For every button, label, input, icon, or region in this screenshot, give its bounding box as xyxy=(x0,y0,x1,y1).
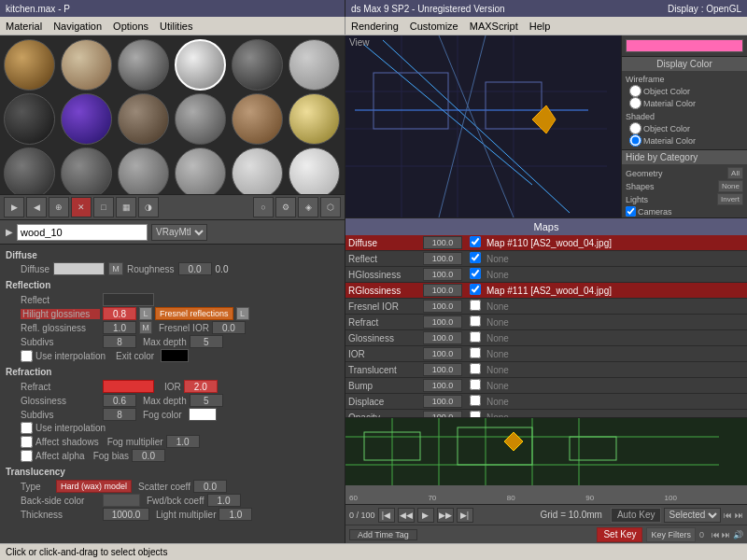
map-amount-1[interactable] xyxy=(423,252,462,265)
select-by-mat-btn[interactable]: ◈ xyxy=(298,197,318,217)
maps-scroll[interactable]: Diffuse Map #110 [AS2_wood_04.jpg] Refle… xyxy=(345,235,747,417)
map-amount-cell-8[interactable] xyxy=(420,362,467,378)
sphere-3[interactable] xyxy=(118,39,169,91)
menu-utilities[interactable]: Utilities xyxy=(154,21,198,32)
refract-subdivs-input[interactable] xyxy=(103,408,136,421)
map-file-cell-2[interactable]: None xyxy=(484,267,747,283)
map-checkbox-5[interactable] xyxy=(470,315,481,327)
type-value[interactable]: Hard (wax) model xyxy=(56,480,132,493)
map-amount-cell-3[interactable] xyxy=(420,283,467,299)
map-amount-cell-0[interactable] xyxy=(420,235,467,251)
map-cb-cell-10[interactable] xyxy=(467,394,484,410)
material-type-select[interactable]: VRayMtl xyxy=(151,224,207,241)
map-amount-cell-9[interactable] xyxy=(420,378,467,394)
map-cb-cell-2[interactable] xyxy=(467,267,484,283)
all-btn[interactable]: All xyxy=(727,167,743,179)
refract-max-depth-input[interactable] xyxy=(190,394,223,407)
add-time-tag-btn[interactable]: Add Time Tag xyxy=(349,529,417,540)
menu-material[interactable]: Material xyxy=(0,21,48,32)
map-checkbox-1[interactable] xyxy=(470,252,481,263)
map-file-cell-10[interactable]: None xyxy=(484,394,747,410)
sphere-9[interactable] xyxy=(118,93,169,145)
map-amount-7[interactable] xyxy=(423,347,462,360)
wireframe-object-radio[interactable] xyxy=(629,85,641,97)
sphere-14[interactable] xyxy=(61,147,112,194)
sphere-18[interactable] xyxy=(289,147,340,194)
map-file-cell-8[interactable]: None xyxy=(484,362,747,378)
map-checkbox-4[interactable] xyxy=(470,300,481,311)
map-amount-cell-7[interactable] xyxy=(420,346,467,362)
map-amount-cell-1[interactable] xyxy=(420,251,467,267)
map-amount-9[interactable] xyxy=(423,379,462,392)
map-amount-cell-5[interactable] xyxy=(420,315,467,330)
map-amount-0[interactable] xyxy=(423,236,462,249)
main-viewport[interactable]: View xyxy=(345,35,621,217)
sphere-7[interactable] xyxy=(4,93,55,145)
map-amount-6[interactable] xyxy=(423,331,462,344)
map-amount-cell-6[interactable] xyxy=(420,330,467,346)
menu-rendering[interactable]: Rendering xyxy=(345,21,404,32)
material-effects-btn[interactable]: ⬡ xyxy=(320,197,341,217)
material-name-input[interactable] xyxy=(17,224,148,241)
refract-glossiness-input[interactable] xyxy=(103,394,136,407)
wireframe-material-radio[interactable] xyxy=(629,97,641,109)
show-map-btn[interactable]: □ xyxy=(93,197,114,217)
diffuse-color[interactable] xyxy=(53,262,105,275)
use-interpolation2-cb[interactable] xyxy=(21,422,33,434)
map-checkbox-3[interactable] xyxy=(470,284,481,295)
hilight-glossiness-input[interactable] xyxy=(103,307,136,320)
fog-multiplier-input[interactable] xyxy=(166,435,200,448)
reflect-color[interactable] xyxy=(103,293,154,306)
sphere-11[interactable] xyxy=(232,93,283,145)
map-checkbox-9[interactable] xyxy=(470,379,481,390)
set-key-btn[interactable]: Set Key xyxy=(597,527,642,542)
map-checkbox-10[interactable] xyxy=(470,395,481,406)
auto-key-btn[interactable]: Auto Key xyxy=(611,508,662,523)
get-material-btn[interactable]: ▶ xyxy=(4,197,24,217)
map-file-cell-5[interactable]: None xyxy=(484,315,747,330)
map-amount-4[interactable] xyxy=(423,300,462,313)
menu-help[interactable]: Help xyxy=(524,21,557,32)
map-cb-cell-7[interactable] xyxy=(467,346,484,362)
pick-btn[interactable]: ○ xyxy=(253,197,274,217)
exit-color-swatch[interactable] xyxy=(161,349,189,362)
color-swatch[interactable] xyxy=(626,39,743,52)
sphere-5[interactable] xyxy=(232,39,283,91)
sphere-13[interactable] xyxy=(4,147,55,194)
prev-key-btn[interactable]: ◀◀ xyxy=(398,508,415,523)
backlight-btn[interactable]: ◑ xyxy=(138,197,159,217)
selected-dropdown[interactable]: Selected xyxy=(664,508,721,523)
fog-color-swatch[interactable] xyxy=(189,408,217,421)
menu-options[interactable]: Options xyxy=(107,21,154,32)
none-cat-btn[interactable]: None xyxy=(718,180,743,192)
map-file-cell-4[interactable]: None xyxy=(484,299,747,315)
map-cb-cell-1[interactable] xyxy=(467,251,484,267)
map-amount-cell-11[interactable] xyxy=(420,410,467,418)
sphere-4-active[interactable] xyxy=(175,39,226,91)
map-checkbox-8[interactable] xyxy=(470,363,481,374)
map-cb-cell-8[interactable] xyxy=(467,362,484,378)
map-cb-cell-4[interactable] xyxy=(467,299,484,315)
play-btn[interactable]: ▶ xyxy=(417,508,434,523)
diffuse-m-btn[interactable]: M xyxy=(108,262,123,275)
shaded-object-radio[interactable] xyxy=(629,122,641,134)
fresnel-ior-input[interactable] xyxy=(212,321,246,334)
scatter-coeff-input[interactable] xyxy=(193,480,227,493)
ior-input[interactable] xyxy=(184,380,218,393)
map-cb-cell-6[interactable] xyxy=(467,330,484,346)
menu-navigation[interactable]: Navigation xyxy=(48,21,107,32)
menu-maxscript[interactable]: MAXScript xyxy=(464,21,524,32)
fresnel-btn[interactable]: Fresnel reflections xyxy=(155,307,233,320)
fog-bias-input[interactable] xyxy=(132,449,165,462)
map-checkbox-2[interactable] xyxy=(470,268,481,279)
map-checkbox-6[interactable] xyxy=(470,331,481,343)
map-amount-5[interactable] xyxy=(423,315,462,329)
roughness-input[interactable] xyxy=(178,262,212,275)
delete-btn[interactable]: ✕ xyxy=(71,197,92,217)
invert-btn[interactable]: Invert xyxy=(717,193,743,205)
sphere-2[interactable] xyxy=(61,39,112,91)
affect-alpha-cb[interactable] xyxy=(21,450,33,462)
map-file-cell-7[interactable]: None xyxy=(484,346,747,362)
sphere-6[interactable] xyxy=(289,39,340,91)
map-amount-10[interactable] xyxy=(423,395,462,408)
